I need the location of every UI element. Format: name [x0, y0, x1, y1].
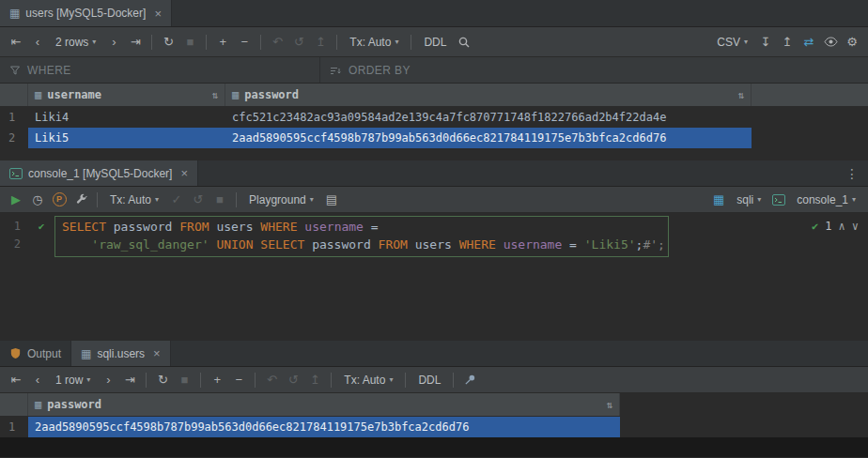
stop-button: ■ [174, 370, 194, 390]
toolbar-separator [336, 35, 337, 50]
next-result-icon[interactable]: ∨ [852, 220, 859, 233]
reload-data-button[interactable]: ↻ [152, 370, 173, 390]
tab-users-table[interactable]: ▦ users [MySQL5-Docker] × [0, 0, 172, 26]
last-page-button[interactable]: ⇥ [125, 32, 146, 53]
sql-token: 'raw_sql_danger' [62, 237, 216, 252]
history-clock-icon[interactable]: ◷ [27, 190, 48, 210]
data-extractor-icon[interactable]: ⇄ [798, 32, 819, 53]
parameters-icon[interactable]: P [49, 190, 70, 210]
add-row-button[interactable]: + [212, 32, 233, 53]
kebab-menu-icon[interactable]: ⋮ [836, 160, 868, 186]
toolbar-separator [236, 192, 237, 207]
console-session-dropdown[interactable]: console_1▾ [790, 190, 862, 210]
ddl-button[interactable]: DDL [411, 370, 447, 390]
executed-check-icon: ✔ [28, 218, 54, 236]
tx-mode-dropdown[interactable]: Tx: Auto▾ [343, 32, 405, 53]
row-count-dropdown[interactable]: 2 rows▾ [49, 32, 102, 53]
run-button[interactable]: ▶ [6, 190, 26, 210]
first-page-button[interactable]: ⇤ [6, 32, 26, 53]
stop-button: ■ [209, 190, 230, 210]
playground-mode-dropdown[interactable]: Playground▾ [242, 190, 320, 210]
add-row-button[interactable]: + [207, 370, 227, 390]
result-toolbar: ⇤ ‹ 1 row▾ › ⇥ ↻ ■ + − ↶ ↺ ↥ Tx: Auto▾ D… [0, 367, 868, 393]
table-row[interactable]: 1 Liki4 cfc521c23482ac93a09584ad2e139c4a… [0, 107, 868, 128]
chevron-down-icon: ▾ [92, 38, 96, 46]
tab-output[interactable]: Output [0, 341, 71, 366]
submit-icon: ↥ [310, 32, 331, 53]
chevron-down-icon: ▾ [852, 195, 856, 204]
next-page-button[interactable]: › [103, 32, 124, 53]
tab-output-label: Output [27, 347, 61, 360]
search-icon[interactable] [454, 32, 474, 53]
first-page-button[interactable]: ⇤ [6, 370, 26, 390]
console-toolbar: ▶ ◷ P Tx: Auto▾ ✓ ↺ ■ Playground▾ ▤ ▦ sq… [0, 187, 868, 213]
export-data-icon[interactable]: ↧ [755, 32, 776, 53]
table-row-selected[interactable]: 2 Liki5 2aad5890595ccf4598b787b99ab563d0… [0, 128, 868, 148]
tab-console[interactable]: console_1 [MySQL5-Docker] × [0, 160, 198, 186]
sql-code-line[interactable]: 'raw_sql_danger' UNION SELECT password F… [54, 236, 665, 253]
view-options-eye-icon[interactable] [820, 32, 841, 53]
settings-wrench-icon[interactable] [70, 190, 91, 210]
last-page-button[interactable]: ⇥ [119, 370, 140, 390]
reload-data-button[interactable]: ↻ [158, 32, 178, 53]
toolbar-separator [97, 192, 98, 207]
sql-token: = [371, 220, 379, 234]
tab-result-grid[interactable]: ▦ sqli.users × [71, 341, 171, 366]
tx-mode-dropdown[interactable]: Tx: Auto▾ [103, 190, 165, 210]
schema-dropdown[interactable]: sqli▾ [730, 190, 767, 210]
import-data-icon[interactable]: ↥ [777, 32, 798, 53]
execution-result-widget: ✔ 1 ∧ ∨ [812, 220, 859, 233]
chevron-down-icon: ▾ [86, 375, 90, 384]
toolbar-separator [260, 35, 261, 50]
ddl-button[interactable]: DDL [417, 32, 453, 53]
export-format-dropdown[interactable]: CSV▾ [710, 32, 754, 53]
sort-icon[interactable]: ⇅ [606, 399, 612, 411]
grid-header: ▦ username ⇅ ▦ password ⇅ [0, 84, 868, 107]
cell-password[interactable]: cfc521c23482ac93a09584ad2e139c4a7fc87077… [225, 107, 752, 128]
sql-code-line[interactable]: SELECT password FROM users WHERE usernam… [54, 218, 379, 236]
column-header-username[interactable]: ▦ username ⇅ [28, 84, 225, 106]
ddl-label: DDL [424, 36, 446, 49]
cell-username[interactable]: Liki5 [28, 128, 225, 148]
previous-page-button[interactable]: ‹ [27, 370, 48, 390]
row-count-dropdown[interactable]: 1 row▾ [49, 370, 97, 390]
gear-icon[interactable]: ⚙ [842, 32, 862, 53]
chevron-down-icon: ▾ [744, 38, 748, 46]
cell-password[interactable]: 2aad5890595ccf4598b787b99ab563d0d66ec821… [225, 128, 752, 148]
sql-token: FROM [179, 220, 216, 234]
prev-result-icon[interactable]: ∧ [839, 220, 845, 233]
stop-button: ■ [179, 32, 200, 53]
cell-username[interactable]: Liki4 [28, 107, 225, 128]
column-icon: ▦ [35, 398, 41, 411]
column-header-password[interactable]: ▦ password ⇅ [28, 393, 620, 416]
cell-password[interactable]: 2aad5890595ccf4598b787b99ab563d0d66ec821… [28, 417, 620, 437]
editor-line[interactable]: 1 ✔ SELECT password FROM users WHERE use… [0, 218, 868, 236]
schema-icon: ▦ [708, 190, 729, 210]
sql-token: WHERE [459, 237, 504, 252]
output-layout-icon[interactable]: ▤ [321, 190, 342, 210]
pin-tab-icon[interactable] [459, 370, 480, 390]
order-by-filter[interactable]: ORDER BY [320, 57, 420, 83]
sort-icon[interactable]: ⇅ [737, 89, 744, 101]
close-icon[interactable]: × [180, 166, 188, 180]
where-filter[interactable]: WHERE [0, 57, 320, 83]
editor-line[interactable]: 2 'raw_sql_danger' UNION SELECT password… [0, 236, 868, 253]
data-grid-tab-bar: ▦ users [MySQL5-Docker] × [0, 0, 868, 27]
grid-corner[interactable] [0, 393, 28, 416]
next-page-button[interactable]: › [98, 370, 118, 390]
row-number[interactable]: 1 [0, 417, 28, 437]
column-header-password[interactable]: ▦ password ⇅ [225, 84, 752, 106]
row-number[interactable]: 2 [0, 128, 28, 148]
tx-mode-dropdown[interactable]: Tx: Auto▾ [337, 370, 399, 390]
tab-console-label: console_1 [MySQL5-Docker] [28, 167, 172, 180]
close-icon[interactable]: × [153, 346, 161, 360]
grid-corner[interactable] [0, 84, 28, 106]
row-number[interactable]: 1 [0, 107, 28, 128]
delete-row-button[interactable]: − [234, 32, 255, 53]
previous-page-button[interactable]: ‹ [27, 32, 48, 53]
close-icon[interactable]: × [154, 7, 162, 21]
table-row-selected[interactable]: 1 2aad5890595ccf4598b787b99ab563d0d66ec8… [0, 417, 868, 437]
delete-row-button[interactable]: − [228, 370, 249, 390]
sort-icon[interactable]: ⇅ [211, 89, 218, 101]
sql-editor[interactable]: 1 ✔ SELECT password FROM users WHERE use… [0, 213, 868, 341]
